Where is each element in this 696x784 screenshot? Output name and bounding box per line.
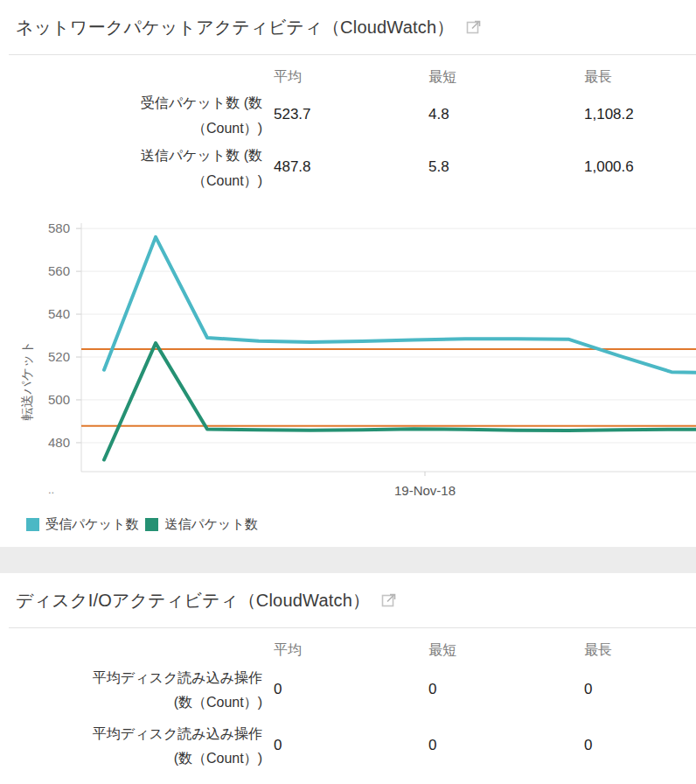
table-header-row: 平均 最短 最長 [0,66,696,88]
y-tick-label: 500 [48,392,70,407]
chart-area: 58056054052050048019-Nov-18..転送パケット 受信パケ… [0,221,696,533]
network-stats-table: 平均 最短 最長 受信パケット数 (数 （Count）) 523.7 4.8 1… [0,66,696,193]
y-tick-label: 560 [48,263,70,278]
panel-title: ディスクI/Oアクティビティ（CloudWatch） [16,589,370,612]
y-tick-label: 540 [48,306,70,321]
y-tick-label: 480 [48,435,70,450]
disk-max-value: 0 [573,737,696,754]
panel-header: ディスクI/Oアクティビティ（CloudWatch） [0,573,696,615]
disk-min-value: 0 [417,681,573,698]
disk-avg-value: 0 [262,737,417,754]
x-axis-label: 19-Nov-18 [394,483,456,498]
legend-label: 受信パケット数 [45,516,138,533]
table-row: 平均ディスク読み込み操作 (数（Count）) 0 0 0 [0,662,696,718]
row-label-disk-read-ops: 平均ディスク読み込み操作 (数（Count）) [0,664,262,715]
row-label-disk-read-ops: 平均ディスク読み込み操作 (数（Count）) [0,720,262,771]
legend-label: 送信パケット数 [164,516,257,533]
row-label-sent-packets: 送信パケット数 (数 （Count）) [0,141,262,193]
sent-avg-value: 487.8 [262,158,417,176]
legend-swatch-received [26,518,39,531]
header-divider [9,54,696,55]
legend-swatch-sent [145,518,158,531]
disk-max-value: 0 [573,681,696,698]
disk-stats-table: 平均 最短 最長 平均ディスク読み込み操作 (数（Count）) 0 0 0 平… [0,639,696,774]
received-avg-value: 523.7 [262,106,417,123]
network-packet-panel: ネットワークパケットアクティビティ（CloudWatch） 平均 最短 最長 受… [0,0,696,533]
table-header-row: 平均 最短 最長 [0,639,696,662]
table-row: 受信パケット数 (数 （Count）) 523.7 4.8 1,108.2 [0,88,696,141]
y-axis-title: 転送パケット [19,340,34,420]
column-header-max: 最長 [573,641,696,660]
external-link-icon[interactable] [465,18,483,36]
column-header-min: 最短 [417,68,573,87]
y-tick-label: 580 [48,221,70,235]
network-packets-line-chart: 58056054052050048019-Nov-18..転送パケット [0,221,696,503]
external-link-icon[interactable] [380,592,398,609]
monitoring-page: ネットワークパケットアクティビティ（CloudWatch） 平均 最短 最長 受… [0,0,696,784]
sent-max-value: 1,000.6 [573,158,696,176]
column-header-min: 最短 [417,641,573,660]
panel-header: ネットワークパケットアクティビティ（CloudWatch） [0,0,696,42]
disk-min-value: 0 [417,737,573,754]
received-min-value: 4.8 [417,106,573,123]
sent-min-value: 5.8 [417,158,573,176]
column-header-max: 最長 [573,68,696,87]
page-title: ネットワークパケットアクティビティ（CloudWatch） [16,16,455,39]
series-line-0 [104,237,696,374]
legend-item-sent-packets[interactable]: 送信パケット数 [145,516,257,533]
table-row: 平均ディスク読み込み操作 (数（Count）) 0 0 0 [0,718,696,774]
y-tick-label: 520 [48,349,70,364]
panel-separator [0,547,696,573]
received-max-value: 1,108.2 [573,106,696,123]
disk-avg-value: 0 [262,681,417,698]
table-row: 送信パケット数 (数 （Count）) 487.8 5.8 1,000.6 [0,141,696,193]
header-divider [9,627,696,628]
column-header-avg: 平均 [262,641,417,660]
x-axis-partial-label: .. [48,483,54,496]
legend-item-received-packets[interactable]: 受信パケット数 [26,516,138,533]
row-label-received-packets: 受信パケット数 (数 （Count）) [0,88,262,141]
column-header-avg: 平均 [262,68,417,87]
disk-io-panel: ディスクI/Oアクティビティ（CloudWatch） 平均 最短 最長 平均ディ… [0,573,696,774]
chart-legend: 受信パケット数 送信パケット数 [0,515,696,533]
